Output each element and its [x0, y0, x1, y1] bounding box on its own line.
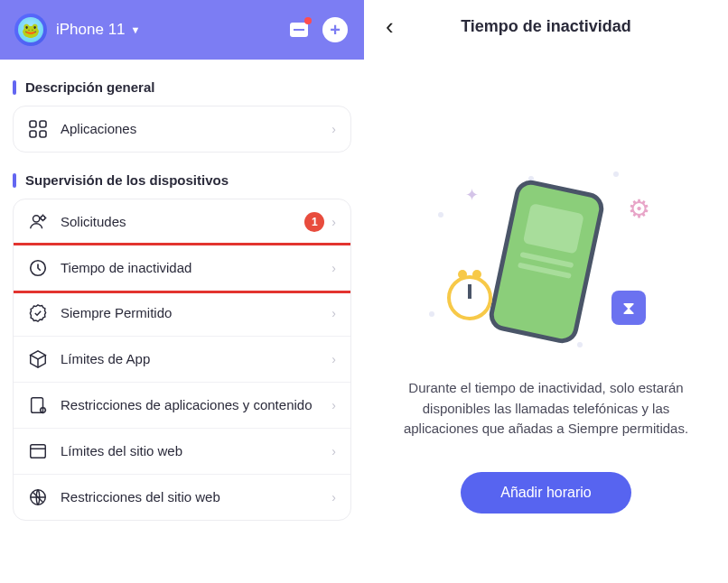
shield-settings-icon: [28, 395, 48, 415]
svg-rect-1: [40, 121, 46, 127]
row-label: Solicitudes: [61, 213, 304, 231]
row-app-limits[interactable]: Límites de App ›: [14, 337, 350, 383]
svg-rect-0: [30, 121, 36, 127]
chevron-right-icon: ›: [331, 352, 336, 366]
left-panel: 🐸 iPhone 11 ▼ + Descripción general Apli…: [0, 0, 364, 583]
chevron-right-icon: ›: [331, 261, 336, 275]
detail-header: ‹ Tiempo de inactividad: [386, 0, 706, 50]
right-panel: ‹ Tiempo de inactividad ✦ ⚙ ⧗ Durante el…: [364, 0, 728, 583]
downtime-illustration: ✦ ⚙ ⧗: [420, 167, 673, 356]
chevron-right-icon: ›: [331, 490, 336, 504]
row-label: Límites de App: [61, 350, 331, 368]
sparkle-icon: ✦: [465, 185, 479, 205]
svg-rect-9: [31, 445, 46, 458]
gear-icon: ⚙: [628, 194, 650, 224]
hourglass-cube-icon: [28, 349, 48, 369]
hourglass-icon: ⧗: [611, 291, 646, 325]
svg-point-4: [33, 216, 40, 222]
overview-card: Aplicaciones ›: [13, 106, 351, 153]
row-requests[interactable]: Solicitudes 1 ›: [14, 199, 350, 245]
check-badge-icon: [28, 303, 48, 323]
detail-description: Durante el tiempo de inactividad, solo e…: [386, 378, 706, 440]
row-label: Tiempo de inactividad: [61, 259, 331, 277]
section-supervision-title: Supervisión de los dispositivos: [13, 172, 351, 188]
section-overview-title: Descripción general: [13, 79, 351, 95]
plus-icon: +: [322, 17, 348, 42]
requests-badge: 1: [304, 212, 324, 232]
globe-block-icon: [28, 487, 48, 507]
chevron-right-icon: ›: [331, 122, 336, 136]
supervision-card: Solicitudes 1 › Tiempo de inactividad › …: [13, 199, 351, 521]
device-name-label: iPhone 11: [56, 21, 126, 39]
chevron-right-icon: ›: [331, 215, 336, 229]
row-label: Restricciones del sitio web: [61, 488, 331, 506]
apps-grid-icon: [28, 119, 48, 139]
messages-button[interactable]: [285, 15, 313, 44]
left-content: Descripción general Aplicaciones › Super…: [0, 60, 364, 583]
svg-rect-7: [32, 398, 43, 413]
add-schedule-button[interactable]: Añadir horario: [461, 472, 631, 514]
caret-down-icon: ▼: [131, 24, 141, 35]
browser-window-icon: [28, 441, 48, 461]
message-icon: [290, 23, 308, 37]
chevron-right-icon: ›: [331, 398, 336, 412]
device-selector[interactable]: iPhone 11 ▼: [56, 21, 140, 39]
app-header: 🐸 iPhone 11 ▼ +: [0, 0, 364, 60]
row-always-allowed[interactable]: Siempre Permitido ›: [14, 291, 350, 337]
add-button[interactable]: +: [321, 15, 350, 44]
clock-icon: [28, 258, 48, 278]
chevron-right-icon: ›: [331, 306, 336, 320]
svg-rect-2: [30, 131, 36, 137]
row-web-restrictions[interactable]: Restricciones del sitio web ›: [14, 475, 350, 520]
row-apps[interactable]: Aplicaciones ›: [14, 106, 350, 152]
svg-point-5: [41, 216, 45, 220]
svg-rect-3: [40, 131, 46, 137]
chevron-right-icon: ›: [331, 444, 336, 458]
detail-title: Tiempo de inactividad: [386, 17, 706, 36]
row-label: Límites del sitio web: [61, 442, 331, 460]
row-content-restrictions[interactable]: Restricciones de aplicaciones y contenid…: [14, 383, 350, 429]
row-label: Siempre Permitido: [61, 304, 331, 322]
row-label: Restricciones de aplicaciones y contenid…: [61, 396, 331, 414]
notification-dot-icon: [304, 17, 312, 24]
requests-icon: [28, 212, 48, 232]
row-downtime[interactable]: Tiempo de inactividad ›: [13, 243, 351, 293]
row-web-limits[interactable]: Límites del sitio web ›: [14, 429, 350, 475]
alarm-clock-icon: [447, 275, 492, 320]
profile-avatar[interactable]: 🐸: [14, 14, 47, 46]
row-label: Aplicaciones: [61, 120, 331, 138]
